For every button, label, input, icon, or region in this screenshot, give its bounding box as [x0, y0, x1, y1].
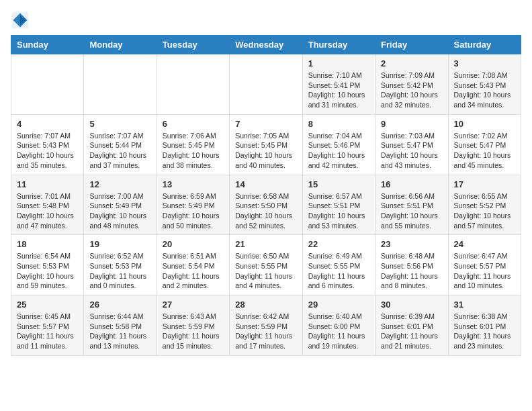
calendar-cell: 22Sunrise: 6:49 AM Sunset: 5:55 PM Dayli… — [302, 235, 375, 295]
day-number: 11 — [17, 179, 78, 189]
day-number: 16 — [381, 179, 442, 189]
calendar-week-5: 25Sunrise: 6:45 AM Sunset: 5:57 PM Dayli… — [11, 295, 521, 356]
calendar-cell — [84, 54, 157, 115]
calendar-cell: 17Sunrise: 6:55 AM Sunset: 5:52 PM Dayli… — [448, 175, 521, 235]
calendar-week-1: 1Sunrise: 7:10 AM Sunset: 5:41 PM Daylig… — [11, 54, 521, 115]
day-info: Sunrise: 6:39 AM Sunset: 6:01 PM Dayligh… — [381, 312, 442, 351]
calendar-body: 1Sunrise: 7:10 AM Sunset: 5:41 PM Daylig… — [11, 54, 521, 356]
day-info: Sunrise: 7:03 AM Sunset: 5:47 PM Dayligh… — [381, 131, 442, 171]
day-number: 13 — [163, 179, 224, 189]
calendar-cell: 20Sunrise: 6:51 AM Sunset: 5:54 PM Dayli… — [157, 235, 229, 295]
day-number: 1 — [308, 58, 369, 68]
calendar-cell: 27Sunrise: 6:43 AM Sunset: 5:59 PM Dayli… — [157, 295, 229, 356]
day-info: Sunrise: 7:00 AM Sunset: 5:49 PM Dayligh… — [89, 191, 150, 231]
day-info: Sunrise: 7:01 AM Sunset: 5:48 PM Dayligh… — [17, 191, 78, 231]
calendar-table: SundayMondayTuesdayWednesdayThursdayFrid… — [11, 35, 521, 356]
day-info: Sunrise: 6:38 AM Sunset: 6:01 PM Dayligh… — [454, 312, 515, 351]
day-info: Sunrise: 6:55 AM Sunset: 5:52 PM Dayligh… — [454, 191, 515, 231]
day-number: 27 — [163, 300, 224, 310]
calendar-cell — [157, 54, 229, 115]
calendar-cell: 23Sunrise: 6:48 AM Sunset: 5:56 PM Dayli… — [375, 235, 448, 295]
day-info: Sunrise: 6:52 AM Sunset: 5:53 PM Dayligh… — [89, 251, 150, 291]
calendar-cell: 24Sunrise: 6:47 AM Sunset: 5:57 PM Dayli… — [448, 235, 521, 295]
calendar-cell — [11, 54, 84, 115]
calendar-week-4: 18Sunrise: 6:54 AM Sunset: 5:53 PM Dayli… — [11, 235, 521, 295]
day-number: 8 — [308, 119, 369, 129]
day-info: Sunrise: 6:49 AM Sunset: 5:55 PM Dayligh… — [308, 251, 369, 291]
day-info: Sunrise: 6:44 AM Sunset: 5:58 PM Dayligh… — [89, 312, 150, 351]
day-number: 17 — [454, 179, 515, 189]
day-number: 20 — [163, 239, 224, 249]
weekday-header-thursday: Thursday — [302, 36, 375, 54]
day-info: Sunrise: 7:06 AM Sunset: 5:45 PM Dayligh… — [163, 131, 224, 171]
logo-icon — [11, 11, 30, 30]
calendar-cell: 14Sunrise: 6:58 AM Sunset: 5:50 PM Dayli… — [230, 175, 302, 235]
day-info: Sunrise: 6:58 AM Sunset: 5:50 PM Dayligh… — [235, 191, 296, 231]
calendar-cell: 29Sunrise: 6:40 AM Sunset: 6:00 PM Dayli… — [302, 295, 375, 356]
day-number: 9 — [381, 119, 442, 129]
calendar-cell: 4Sunrise: 7:07 AM Sunset: 5:43 PM Daylig… — [11, 114, 84, 175]
day-number: 2 — [381, 58, 442, 68]
day-info: Sunrise: 6:48 AM Sunset: 5:56 PM Dayligh… — [381, 251, 442, 291]
day-info: Sunrise: 7:07 AM Sunset: 5:44 PM Dayligh… — [89, 131, 150, 171]
day-number: 29 — [308, 300, 369, 310]
day-info: Sunrise: 7:05 AM Sunset: 5:45 PM Dayligh… — [235, 131, 296, 171]
calendar-week-2: 4Sunrise: 7:07 AM Sunset: 5:43 PM Daylig… — [11, 114, 521, 175]
calendar-cell: 5Sunrise: 7:07 AM Sunset: 5:44 PM Daylig… — [84, 114, 157, 175]
calendar-cell: 13Sunrise: 6:59 AM Sunset: 5:49 PM Dayli… — [157, 175, 229, 235]
calendar-cell: 25Sunrise: 6:45 AM Sunset: 5:57 PM Dayli… — [11, 295, 84, 356]
weekday-header-wednesday: Wednesday — [230, 36, 302, 54]
calendar-cell: 18Sunrise: 6:54 AM Sunset: 5:53 PM Dayli… — [11, 235, 84, 295]
day-info: Sunrise: 6:43 AM Sunset: 5:59 PM Dayligh… — [163, 312, 224, 351]
calendar-cell: 12Sunrise: 7:00 AM Sunset: 5:49 PM Dayli… — [84, 175, 157, 235]
day-number: 24 — [454, 239, 515, 249]
day-info: Sunrise: 6:51 AM Sunset: 5:54 PM Dayligh… — [163, 251, 224, 291]
day-number: 12 — [89, 179, 150, 189]
calendar-cell — [230, 54, 302, 115]
calendar-cell: 7Sunrise: 7:05 AM Sunset: 5:45 PM Daylig… — [230, 114, 302, 175]
calendar-cell: 2Sunrise: 7:09 AM Sunset: 5:42 PM Daylig… — [375, 54, 448, 115]
calendar-cell: 3Sunrise: 7:08 AM Sunset: 5:43 PM Daylig… — [448, 54, 521, 115]
calendar-cell: 9Sunrise: 7:03 AM Sunset: 5:47 PM Daylig… — [375, 114, 448, 175]
day-info: Sunrise: 6:54 AM Sunset: 5:53 PM Dayligh… — [17, 251, 78, 291]
calendar-week-3: 11Sunrise: 7:01 AM Sunset: 5:48 PM Dayli… — [11, 175, 521, 235]
calendar-cell: 15Sunrise: 6:57 AM Sunset: 5:51 PM Dayli… — [302, 175, 375, 235]
day-info: Sunrise: 6:59 AM Sunset: 5:49 PM Dayligh… — [163, 191, 224, 231]
day-info: Sunrise: 6:40 AM Sunset: 6:00 PM Dayligh… — [308, 312, 369, 351]
weekday-header-saturday: Saturday — [448, 36, 521, 54]
day-info: Sunrise: 6:47 AM Sunset: 5:57 PM Dayligh… — [454, 251, 515, 291]
day-number: 19 — [89, 239, 150, 249]
day-number: 10 — [454, 119, 515, 129]
calendar-cell: 1Sunrise: 7:10 AM Sunset: 5:41 PM Daylig… — [302, 54, 375, 115]
weekday-header-tuesday: Tuesday — [157, 36, 229, 54]
weekday-header-row: SundayMondayTuesdayWednesdayThursdayFrid… — [11, 36, 521, 54]
day-info: Sunrise: 6:42 AM Sunset: 5:59 PM Dayligh… — [235, 312, 296, 351]
day-number: 7 — [235, 119, 296, 129]
day-number: 5 — [89, 119, 150, 129]
day-number: 21 — [235, 239, 296, 249]
calendar-cell: 11Sunrise: 7:01 AM Sunset: 5:48 PM Dayli… — [11, 175, 84, 235]
calendar-cell: 16Sunrise: 6:56 AM Sunset: 5:51 PM Dayli… — [375, 175, 448, 235]
day-number: 23 — [381, 239, 442, 249]
day-number: 4 — [17, 119, 78, 129]
calendar-cell: 30Sunrise: 6:39 AM Sunset: 6:01 PM Dayli… — [375, 295, 448, 356]
day-info: Sunrise: 6:56 AM Sunset: 5:51 PM Dayligh… — [381, 191, 442, 231]
weekday-header-monday: Monday — [84, 36, 157, 54]
page-header — [11, 11, 521, 30]
weekday-header-sunday: Sunday — [11, 36, 84, 54]
calendar-cell: 8Sunrise: 7:04 AM Sunset: 5:46 PM Daylig… — [302, 114, 375, 175]
day-number: 3 — [454, 58, 515, 68]
day-number: 26 — [89, 300, 150, 310]
calendar-cell: 26Sunrise: 6:44 AM Sunset: 5:58 PM Dayli… — [84, 295, 157, 356]
day-number: 30 — [381, 300, 442, 310]
day-number: 18 — [17, 239, 78, 249]
day-number: 6 — [163, 119, 224, 129]
weekday-header-friday: Friday — [375, 36, 448, 54]
day-info: Sunrise: 7:10 AM Sunset: 5:41 PM Dayligh… — [308, 71, 369, 110]
day-number: 22 — [308, 239, 369, 249]
logo — [11, 11, 32, 30]
calendar-cell: 6Sunrise: 7:06 AM Sunset: 5:45 PM Daylig… — [157, 114, 229, 175]
day-info: Sunrise: 7:08 AM Sunset: 5:43 PM Dayligh… — [454, 71, 515, 110]
calendar-cell: 28Sunrise: 6:42 AM Sunset: 5:59 PM Dayli… — [230, 295, 302, 356]
day-info: Sunrise: 6:57 AM Sunset: 5:51 PM Dayligh… — [308, 191, 369, 231]
